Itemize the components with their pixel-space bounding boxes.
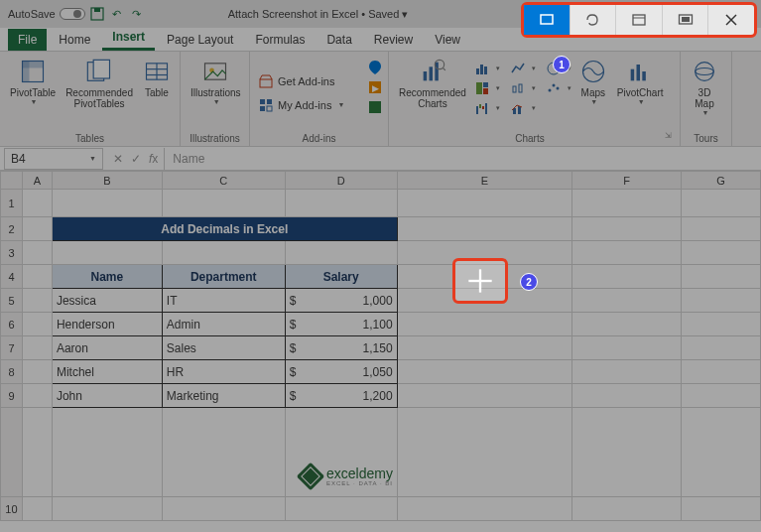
- tab-data[interactable]: Data: [317, 29, 361, 51]
- table-cell[interactable]: Mitchel: [52, 360, 162, 384]
- svg-rect-8: [93, 60, 109, 78]
- line-chart-button[interactable]: ▾: [508, 60, 538, 77]
- table-cell[interactable]: Jessica: [52, 289, 162, 313]
- save-icon[interactable]: [89, 6, 105, 22]
- row-header[interactable]: 4: [1, 265, 23, 289]
- snip-freeform-button[interactable]: [571, 5, 617, 35]
- visio-icon[interactable]: ▶: [367, 79, 383, 95]
- col-header[interactable]: C: [162, 172, 285, 190]
- waterfall-chart-button[interactable]: ▾: [472, 99, 502, 117]
- svg-rect-41: [479, 104, 481, 108]
- treemap-icon: [474, 80, 490, 96]
- row-header[interactable]: 7: [1, 336, 23, 360]
- table-cell[interactable]: John: [52, 384, 162, 408]
- header-name[interactable]: Name: [52, 265, 162, 289]
- table-cell[interactable]: Aaron: [52, 336, 162, 360]
- undo-icon[interactable]: ↶: [109, 6, 125, 22]
- col-header[interactable]: A: [22, 172, 52, 190]
- line-chart-icon: [510, 61, 526, 76]
- table-button[interactable]: Table: [139, 56, 175, 100]
- row-header[interactable]: 6: [1, 313, 23, 336]
- statistic-chart-button[interactable]: ▾: [508, 79, 538, 97]
- column-chart-button[interactable]: ▾: [472, 60, 502, 77]
- table-cell[interactable]: $1,000: [285, 289, 397, 313]
- snip-fullscreen-button[interactable]: [663, 5, 709, 35]
- table-cell[interactable]: IT: [162, 289, 285, 313]
- row-header[interactable]: 9: [1, 384, 23, 408]
- tab-insert[interactable]: Insert: [102, 26, 155, 51]
- table-cell[interactable]: $1,050: [285, 360, 397, 384]
- select-all-button[interactable]: [1, 172, 23, 190]
- brand-name: exceldemy: [326, 466, 393, 480]
- get-addins-button[interactable]: Get Add-ins: [256, 72, 336, 90]
- header-dept[interactable]: Department: [162, 265, 285, 289]
- fx-icon[interactable]: fx: [149, 152, 158, 166]
- svg-rect-1: [94, 8, 100, 12]
- row-header[interactable]: [1, 408, 23, 497]
- hierarchy-chart-button[interactable]: ▾: [472, 79, 502, 97]
- row-header[interactable]: 5: [1, 289, 23, 313]
- svg-rect-32: [476, 82, 482, 94]
- snip-window-button[interactable]: [616, 5, 663, 35]
- row-header[interactable]: 10: [1, 497, 23, 521]
- col-header[interactable]: F: [572, 172, 682, 190]
- col-header[interactable]: G: [682, 172, 761, 190]
- brand-tag: EXCEL · DATA · BI: [326, 480, 393, 486]
- group-label-charts: Charts: [395, 131, 665, 144]
- table-cell[interactable]: HR: [162, 360, 285, 384]
- 3d-map-button[interactable]: 3D Map▼: [687, 56, 722, 119]
- svg-rect-56: [682, 17, 690, 22]
- combo-chart-button[interactable]: ▾: [508, 99, 538, 117]
- header-salary[interactable]: Salary: [285, 265, 397, 289]
- pivotchart-button[interactable]: PivotChart▼: [613, 56, 668, 108]
- people-graph-icon[interactable]: [367, 99, 383, 115]
- autosave-toggle[interactable]: AutoSave: [8, 8, 85, 20]
- tab-formulas[interactable]: Formulas: [245, 29, 315, 51]
- tab-view[interactable]: View: [425, 29, 470, 51]
- row-header[interactable]: 3: [1, 241, 23, 265]
- svg-rect-53: [633, 15, 645, 25]
- table-cell[interactable]: Admin: [162, 313, 285, 336]
- redo-icon[interactable]: ↷: [129, 6, 145, 22]
- recommended-pivot-button[interactable]: Recommended PivotTables: [62, 56, 137, 111]
- 3d-map-icon: [691, 58, 718, 85]
- snip-close-button[interactable]: [708, 5, 754, 35]
- col-header[interactable]: D: [285, 172, 397, 190]
- row-header[interactable]: 1: [1, 190, 23, 217]
- formula-input[interactable]: Name: [164, 148, 761, 170]
- row-header[interactable]: 8: [1, 360, 23, 384]
- illustrations-button[interactable]: Illustrations▼: [187, 56, 245, 108]
- dialog-launcher-icon[interactable]: ⇲: [665, 131, 674, 144]
- pivottable-button[interactable]: PivotTable▼: [6, 56, 60, 108]
- table-cell[interactable]: Henderson: [52, 313, 162, 336]
- table-cell[interactable]: $1,150: [285, 336, 397, 360]
- snipping-toolbar: [521, 2, 757, 38]
- svg-rect-47: [631, 69, 635, 81]
- cancel-icon[interactable]: ✕: [113, 152, 123, 166]
- pivotchart-icon: [626, 58, 654, 85]
- col-header[interactable]: B: [52, 172, 162, 190]
- row-header[interactable]: 2: [1, 217, 23, 241]
- svg-text:▶: ▶: [372, 83, 379, 93]
- tab-page-layout[interactable]: Page Layout: [157, 29, 243, 51]
- name-box[interactable]: B4▼: [4, 148, 103, 170]
- tab-file[interactable]: File: [8, 29, 47, 51]
- table-cell[interactable]: Marketing: [162, 384, 285, 408]
- tab-review[interactable]: Review: [364, 29, 423, 51]
- col-header[interactable]: E: [397, 172, 572, 190]
- table-cell[interactable]: Sales: [162, 336, 285, 360]
- scatter-chart-button[interactable]: ▾: [544, 79, 573, 97]
- snip-rect-button[interactable]: [524, 5, 571, 35]
- maps-button[interactable]: Maps▼: [575, 56, 611, 108]
- snip-crosshair-cursor: [452, 258, 508, 304]
- bing-maps-icon[interactable]: [367, 60, 383, 75]
- combo-icon: [510, 100, 526, 116]
- table-cell[interactable]: $1,100: [285, 313, 397, 336]
- my-addins-button[interactable]: My Add-ins▼: [256, 96, 346, 114]
- enter-icon[interactable]: ✓: [131, 152, 141, 166]
- recommended-charts-button[interactable]: Recommended Charts: [395, 56, 470, 111]
- table-title[interactable]: Add Decimals in Excel: [52, 217, 397, 241]
- tab-home[interactable]: Home: [49, 29, 100, 51]
- table-cell[interactable]: $1,200: [285, 384, 397, 408]
- svg-rect-6: [23, 62, 44, 68]
